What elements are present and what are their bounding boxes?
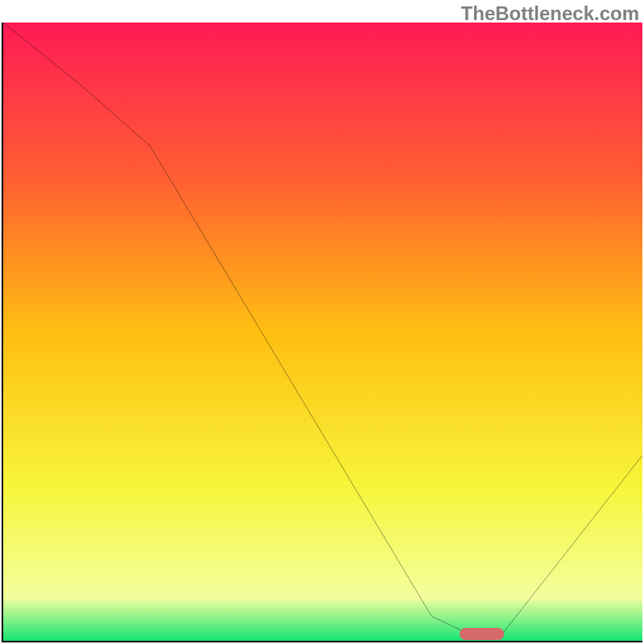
optimal-point-marker <box>460 628 505 640</box>
bottleneck-curve <box>3 23 642 634</box>
watermark-text: TheBottleneck.com <box>461 2 639 25</box>
chart-curve-svg <box>3 23 642 641</box>
chart-frame <box>2 23 642 642</box>
